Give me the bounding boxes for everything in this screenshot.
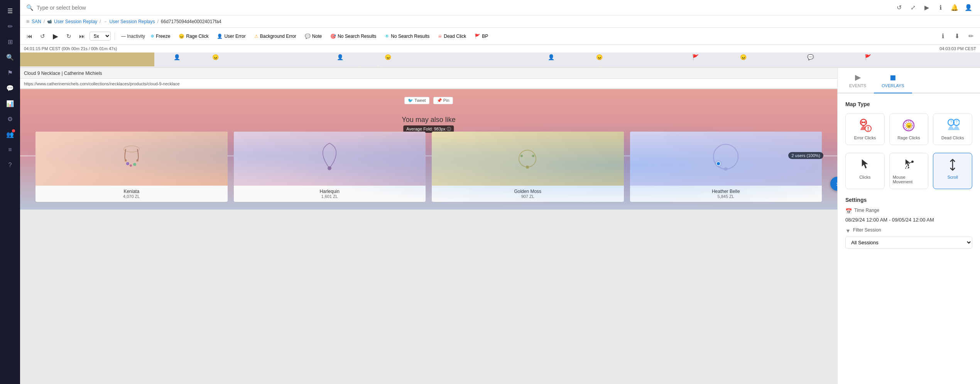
replay-viewport: Cloud 9 Necklace | Catherine Michiels ht…	[20, 68, 837, 384]
sidebar-list[interactable]: ≡	[3, 143, 17, 157]
product-card-keniata[interactable]: Keniata 4,070 ZL	[35, 132, 228, 202]
clicks-label: Clicks	[859, 175, 870, 179]
sidebar-dashboard[interactable]: ⊞	[3, 35, 17, 49]
speed-select[interactable]: 5x 1x 2x 10x	[90, 32, 111, 41]
search-input[interactable]	[37, 5, 890, 11]
dead-click-icon: ☠	[438, 34, 442, 39]
product-card-harlequin[interactable]: Harlequin 1,601 ZL	[234, 132, 426, 202]
tweet-btn[interactable]: 🐦 Tweet	[404, 97, 429, 104]
necklace-img-2	[320, 141, 339, 176]
timeline-marker-7: 🚩	[692, 54, 699, 60]
filter-freeze[interactable]: ❄ Freeze	[147, 32, 173, 40]
panel-content: Map Type	[838, 93, 980, 384]
sidebar-help[interactable]: ?	[3, 158, 17, 172]
browser-title-bar: Cloud 9 Necklace | Catherine Michiels	[20, 68, 837, 79]
filter-background-error[interactable]: ⚠ Background Error	[251, 32, 299, 40]
browser-url: https://www.catherinemichels.com/collect…	[24, 81, 180, 86]
events-tab-icon: ▶	[855, 73, 861, 82]
map-type-mouse-movement[interactable]: Mouse Movement	[889, 153, 929, 189]
product-price-golden-moss: 907 ZL	[435, 194, 621, 199]
browser-url-bar: https://www.catherinemichels.com/collect…	[20, 79, 837, 89]
product-info-golden-moss: Golden Moss 907 ZL	[432, 186, 624, 202]
tab-overlays[interactable]: ◼ OVERLAYS	[874, 68, 912, 93]
skip-back-btn[interactable]: ⏮	[24, 31, 35, 42]
timeline[interactable]: 04:01:15 PM CEST (00h 00m 21s / 00h 01m …	[20, 45, 980, 68]
timeline-marker-6: 😠	[596, 54, 603, 60]
filter-feedback[interactable]: 🎯 No Search Results	[327, 32, 379, 40]
mouse-movement-icon	[902, 158, 916, 172]
timeline-timestamps: 04:01:15 PM CEST (00h 00m 21s / 00h 01m …	[20, 45, 980, 52]
filter-icon: ▼	[845, 228, 851, 234]
filter-note[interactable]: 💬 Note	[302, 32, 325, 40]
topbar-icons: ↺ ⤢ ▶ ℹ 🔔 👤	[894, 2, 974, 13]
map-type-clicks[interactable]: Clicks	[845, 153, 885, 189]
sidebar-edit[interactable]: ✏	[3, 19, 17, 33]
tab-events[interactable]: ▶ EVENTS	[841, 68, 874, 93]
pencil-btn[interactable]: ✏	[965, 31, 976, 42]
timeline-start-time: 04:01:15 PM CEST (00h 00m 21s / 00h 01m …	[24, 46, 117, 51]
product-info-keniata: Keniata 4,070 ZL	[35, 186, 228, 202]
map-type-row-2: Clicks Mouse Movement	[845, 153, 972, 189]
filter-bp[interactable]: 🚩 BP	[471, 32, 491, 40]
map-type-label: Map Type	[845, 101, 972, 107]
filter-no-search-results[interactable]: 👁 No Search Results	[382, 32, 433, 40]
download-btn[interactable]: ⬇	[951, 31, 962, 42]
sidebar-flag[interactable]: ⚑	[3, 66, 17, 80]
sidebar-settings[interactable]: ⚙	[3, 112, 17, 126]
browser-chrome: Cloud 9 Necklace | Catherine Michiels ht…	[20, 68, 837, 89]
breadcrumb-user-session-replay[interactable]: User Session Replay	[54, 19, 97, 24]
filter-user-error[interactable]: 👤 User Error	[214, 32, 248, 40]
user-avatar[interactable]: 👤	[963, 2, 974, 13]
refresh-icon[interactable]: ↺	[894, 2, 904, 13]
sidebar-chart[interactable]: 📊	[3, 96, 17, 110]
expand-icon[interactable]: ⤢	[907, 2, 918, 13]
sidebar-hamburger[interactable]: ☰	[3, 4, 17, 18]
time-range-label: Time Range	[854, 208, 879, 213]
undo-btn[interactable]: ↺	[37, 31, 48, 42]
sidebar-chat[interactable]: 💬	[3, 81, 17, 95]
pin-btn[interactable]: 📌 Pin	[433, 97, 453, 104]
product-name-keniata: Keniata	[39, 189, 225, 194]
svg-point-3	[130, 164, 132, 167]
product-img-golden-moss	[432, 132, 624, 186]
browser-title: Cloud 9 Necklace | Catherine Michiels	[24, 71, 102, 76]
redo-btn[interactable]: ↻	[63, 31, 74, 42]
sidebar: ☰ ✏ ⊞ 🔍 ⚑ 💬 📊 ⚙ 👥 ≡ ?	[0, 0, 20, 384]
breadcrumb-replay-icon: 📹	[47, 19, 52, 24]
info-icon[interactable]: ℹ	[935, 2, 946, 13]
product-name-harlequin: Harlequin	[237, 189, 423, 194]
breadcrumb-user-session-replays[interactable]: User Session Replays	[109, 19, 155, 24]
breadcrumb-san[interactable]: SAN	[32, 19, 41, 24]
map-type-dead-clicks[interactable]: ? ? Dead Clicks	[933, 113, 972, 145]
error-clicks-icon-container	[858, 118, 872, 133]
svg-point-0	[124, 146, 139, 152]
filter-session-select[interactable]: All Sessions	[845, 237, 972, 249]
play-circle-icon[interactable]: ▶	[921, 2, 932, 13]
scroll-label: Scroll	[947, 175, 958, 179]
product-price-heather-belle: 5,845 ZL	[633, 194, 819, 199]
map-type-scroll[interactable]: Scroll	[933, 153, 972, 189]
filter-rage-click[interactable]: 😠 Rage Click	[176, 32, 211, 40]
notification-icon[interactable]: 🔔	[949, 2, 960, 13]
breadcrumb-app-icon: ⊞	[26, 19, 29, 24]
map-type-error-clicks[interactable]: Error Clicks	[845, 113, 885, 145]
product-price-harlequin: 1,601 ZL	[237, 194, 423, 199]
filter-dead-click[interactable]: ☠ Dead Click	[435, 32, 469, 40]
events-tab-label: EVENTS	[849, 83, 866, 88]
product-card-golden-moss[interactable]: Golden Moss 907 ZL	[432, 132, 624, 202]
breadcrumb-replays-icon: →	[103, 19, 107, 24]
sidebar-users[interactable]: 👥	[3, 127, 17, 141]
skip-forward-btn[interactable]: ⏭	[76, 31, 87, 42]
map-type-rage-clicks[interactable]: 😠 Rage Clicks	[889, 113, 929, 145]
info-btn[interactable]: ℹ	[938, 31, 948, 42]
product-card-heather-belle[interactable]: Heather Belle 5,845 ZL	[630, 132, 822, 202]
timeline-highlight	[20, 52, 154, 66]
product-info-harlequin: Harlequin 1,601 ZL	[234, 186, 426, 202]
play-btn[interactable]: ▶	[50, 31, 61, 42]
svg-point-10	[532, 155, 534, 157]
bp-icon: 🚩	[475, 34, 480, 39]
replay-container: Cloud 9 Necklace | Catherine Michiels ht…	[20, 68, 980, 384]
timeline-marker-4: 😠	[385, 54, 391, 60]
necklace-img-1	[120, 141, 143, 176]
sidebar-search[interactable]: 🔍	[3, 50, 17, 64]
